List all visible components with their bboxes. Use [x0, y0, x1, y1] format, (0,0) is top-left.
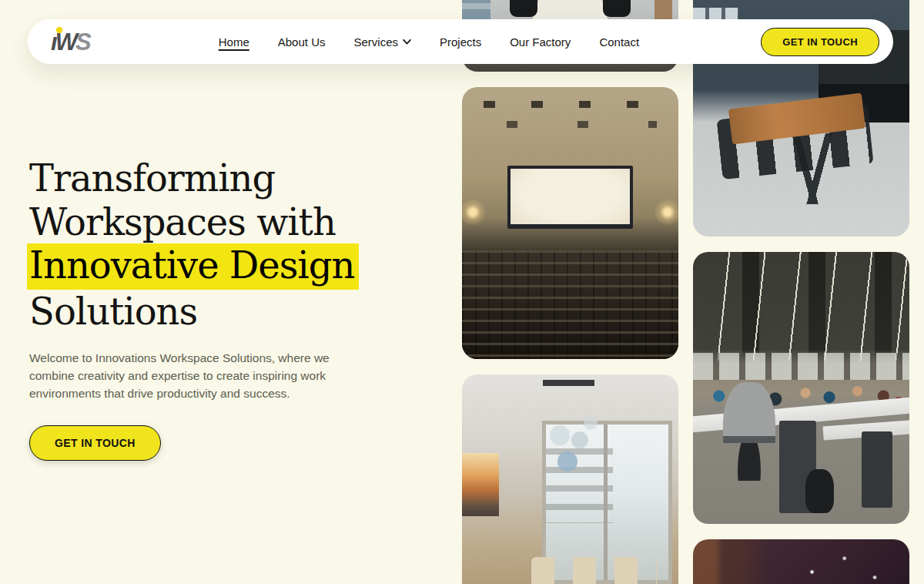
nav-item-about-us[interactable]: About Us — [278, 35, 326, 49]
hero-heading-line: Workspaces with — [29, 200, 445, 244]
ornate-theater-image — [693, 539, 909, 584]
nav-item-label: Home — [219, 35, 249, 49]
conference-painting-shape — [462, 453, 499, 515]
nav-item-our-factory[interactable]: Our Factory — [510, 35, 571, 49]
nav-item-label: Services — [353, 35, 398, 49]
hero-heading-line: Innovative Design — [29, 243, 445, 290]
logo-letter: W — [55, 30, 75, 54]
hero-heading: Transforming Workspaces with Innovative … — [29, 156, 445, 334]
nav-item-label: Our Factory — [510, 35, 571, 49]
office-ceiling-lights-shape — [693, 252, 909, 361]
hero-heading-line: Solutions — [29, 290, 445, 334]
get-in-touch-button-nav[interactable]: GET IN TOUCH — [761, 28, 879, 56]
hero-paragraph: Welcome to Innovations Workspace Solutio… — [29, 349, 362, 403]
office-backpack-shape — [805, 469, 834, 512]
landing-page: ı W S Home About Us Services Projects Ou… — [0, 0, 924, 584]
conference-pendant-lights-shape — [527, 380, 613, 488]
nav-item-label: Contact — [599, 35, 639, 49]
auditorium-seats-shape — [462, 250, 678, 359]
hero-section: Transforming Workspaces with Innovative … — [29, 156, 445, 461]
office-ergonomic-chair-shape — [723, 382, 775, 480]
chevron-down-icon — [403, 39, 411, 45]
office-desk-pedestal-shape — [862, 431, 892, 508]
auditorium-image — [462, 87, 678, 359]
conference-chairs-shape — [531, 557, 657, 584]
meeting-room-chair-shape — [510, 0, 537, 17]
hero-heading-highlight: Innovative Design — [27, 243, 359, 290]
nav-item-label: Projects — [440, 35, 481, 49]
logo-yellow-dot-icon — [56, 27, 62, 33]
nav-item-label: About Us — [278, 35, 326, 49]
gallery-column-right — [693, 0, 909, 584]
logo-letter: S — [75, 30, 89, 54]
hero-heading-line: Transforming — [29, 156, 445, 200]
gallery-column-middle — [462, 0, 678, 584]
top-navbar: ı W S Home About Us Services Projects Ou… — [28, 19, 893, 64]
auditorium-screen-shape — [507, 166, 633, 228]
conference-room-image — [462, 374, 678, 584]
nav-links: Home About Us Services Projects Our Fact… — [219, 35, 639, 49]
iws-logo[interactable]: ı W S — [51, 30, 97, 54]
get-in-touch-button-hero[interactable]: GET IN TOUCH — [29, 425, 161, 461]
open-office-image — [693, 252, 909, 524]
auditorium-ceiling-tiles-shape — [484, 101, 657, 139]
meeting-room-chair-shape — [603, 0, 631, 17]
nav-item-contact[interactable]: Contact — [599, 35, 639, 49]
nav-item-home[interactable]: Home — [219, 35, 249, 49]
nav-item-projects[interactable]: Projects — [440, 35, 481, 49]
nav-item-services[interactable]: Services — [353, 35, 411, 49]
